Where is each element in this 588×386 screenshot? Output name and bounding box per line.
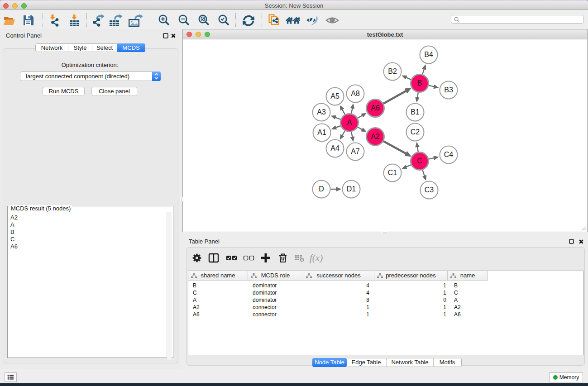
svg-text:A7: A7 bbox=[351, 148, 360, 155]
svg-text:A6: A6 bbox=[371, 104, 380, 112]
svg-text:D: D bbox=[319, 185, 324, 193]
svg-text:A5: A5 bbox=[330, 92, 339, 100]
svg-text:B2: B2 bbox=[388, 67, 397, 75]
svg-text:D1: D1 bbox=[347, 185, 356, 193]
svg-text:C4: C4 bbox=[444, 151, 454, 158]
svg-text:A1: A1 bbox=[317, 129, 326, 136]
svg-text:B4: B4 bbox=[424, 51, 433, 58]
svg-text:A3: A3 bbox=[317, 108, 326, 116]
svg-text:A4: A4 bbox=[330, 144, 339, 152]
svg-text:A2: A2 bbox=[371, 133, 380, 140]
svg-text:A: A bbox=[347, 119, 352, 126]
svg-text:B: B bbox=[417, 79, 422, 87]
svg-text:B3: B3 bbox=[444, 86, 453, 94]
svg-text:C3: C3 bbox=[425, 186, 434, 194]
svg-text:C: C bbox=[417, 157, 422, 165]
svg-text:C2: C2 bbox=[411, 128, 420, 136]
svg-text:A8: A8 bbox=[351, 90, 360, 97]
svg-text:B1: B1 bbox=[411, 108, 420, 116]
svg-text:C1: C1 bbox=[388, 169, 397, 176]
